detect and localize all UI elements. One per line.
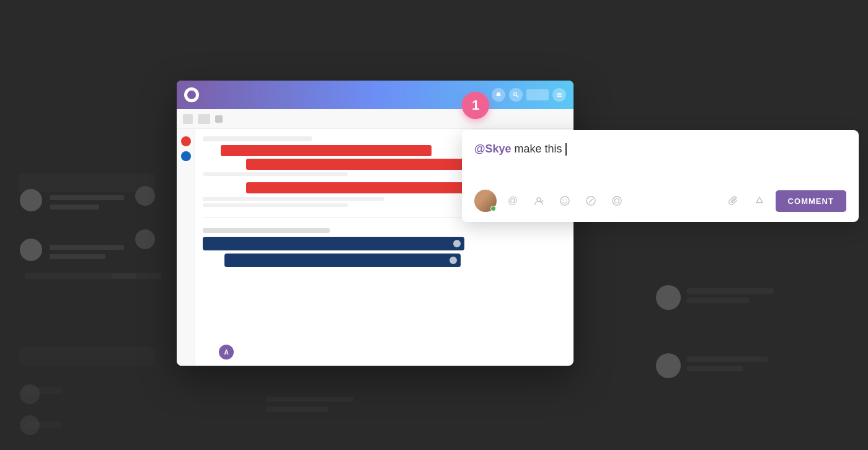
svg-rect-4 (557, 96, 562, 97)
comment-toolbar: @ (474, 190, 846, 212)
app-toolbar (177, 109, 574, 129)
bg-text (50, 254, 105, 259)
bottom-avatar: A (219, 345, 234, 360)
header-menu-icon (552, 88, 566, 102)
search-icon (509, 88, 523, 102)
gantt-bar-red-1 (221, 145, 432, 156)
gantt-spacer-2 (203, 203, 348, 207)
app-sidebar (177, 129, 195, 366)
bg-text-right-4 (687, 366, 743, 371)
text-cursor (565, 143, 567, 156)
bg-text (267, 397, 353, 402)
gantt-bar-blue-2 (224, 254, 461, 267)
bg-label-2 (112, 273, 161, 279)
drive-button[interactable] (750, 191, 769, 211)
assign-button[interactable] (529, 191, 549, 211)
svg-point-6 (560, 196, 569, 205)
format-button[interactable] (581, 191, 601, 211)
svg-point-12 (615, 199, 619, 203)
bell-icon (492, 88, 505, 102)
commenter-avatar-container (474, 190, 497, 212)
bg-text-right-2 (687, 298, 749, 303)
bg-avatar-right-2 (656, 353, 681, 378)
paperclip-icon (728, 195, 739, 206)
bg-text (50, 195, 124, 200)
toolbar-right: COMMENT (724, 190, 846, 212)
mention-text: @Skye (474, 143, 512, 155)
bg-avatar-bot-2 (20, 415, 40, 435)
comment-submit-button[interactable]: COMMENT (776, 190, 846, 212)
bg-avatar (20, 239, 42, 261)
emoji-icon (559, 195, 570, 206)
gantt-label-1 (203, 136, 312, 141)
bg-avatar-mid (135, 186, 155, 206)
at-mention-button[interactable]: @ (503, 191, 523, 211)
svg-point-7 (563, 200, 564, 201)
record-button[interactable] (607, 191, 627, 211)
header-right (492, 88, 566, 102)
bg-text (267, 407, 329, 412)
emoji-button[interactable] (555, 191, 575, 211)
gantt-label-blue (203, 228, 330, 233)
svg-line-1 (516, 95, 518, 97)
app-logo (184, 87, 199, 102)
svg-rect-2 (557, 93, 562, 94)
notification-badge: 1 (462, 92, 489, 119)
bg-text-right (687, 288, 774, 294)
format-icon (585, 195, 596, 206)
drive-icon (754, 195, 765, 206)
gantt-label-sm (203, 172, 348, 176)
logo-inner (187, 90, 196, 99)
add-icon (215, 115, 223, 123)
toolbar-left: @ (474, 190, 627, 212)
grid-icon (183, 114, 193, 124)
header-rect (526, 89, 549, 100)
svg-point-8 (566, 200, 567, 201)
bg-avatar-right (656, 285, 681, 310)
record-icon (611, 195, 622, 206)
bg-text (50, 245, 124, 250)
app-card: A (177, 81, 574, 366)
comment-popup[interactable]: @Skye make this @ (462, 130, 859, 222)
svg-point-0 (514, 93, 517, 96)
sidebar-dot-blue (181, 151, 191, 161)
bg-avatar-bot (20, 384, 40, 404)
comment-input-area[interactable]: @Skye make this (474, 143, 846, 180)
gantt-bar-red-3 (246, 182, 464, 193)
bg-text (50, 205, 99, 210)
sidebar-dot-red (181, 136, 191, 146)
bg-text-right-3 (687, 356, 768, 362)
attach-button[interactable] (724, 191, 743, 211)
svg-rect-3 (557, 94, 562, 95)
gantt-bar-blue-1 (203, 237, 464, 250)
bg-avatar (20, 189, 42, 211)
bar-dot-2 (450, 257, 457, 264)
svg-line-10 (589, 199, 593, 203)
comment-text-content: make this (512, 143, 565, 155)
app-header (177, 81, 574, 109)
assign-icon (533, 195, 544, 206)
bar-dot-1 (453, 240, 461, 247)
list-icon (198, 114, 210, 124)
online-indicator (490, 206, 496, 211)
bg-avatar-mid-2 (135, 229, 155, 249)
svg-point-11 (613, 196, 621, 205)
header-left (184, 87, 199, 102)
gantt-spacer-1 (203, 197, 384, 201)
bg-element-2 (19, 347, 155, 366)
bg-element (19, 174, 155, 192)
at-icon: @ (508, 195, 518, 206)
